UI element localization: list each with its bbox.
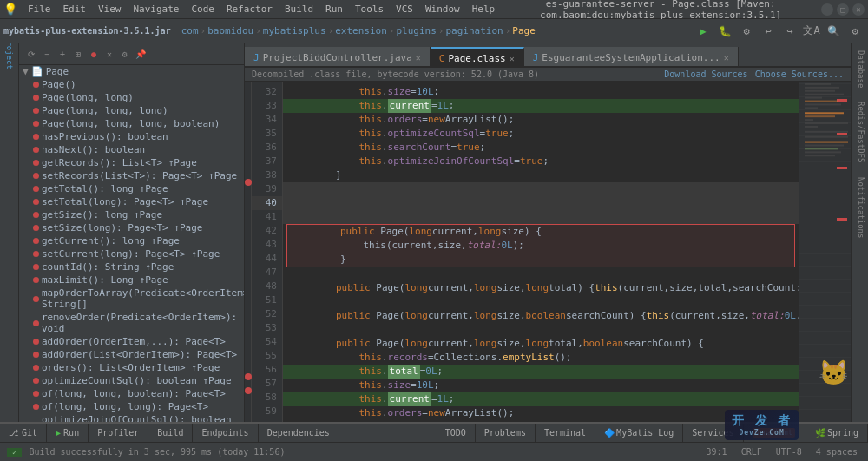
tab-dependencies[interactable]: Dependencies (259, 424, 339, 442)
sidebar-collapse-btn[interactable]: − (40, 47, 54, 61)
toolbar-debug-btn[interactable]: 🐛 (715, 22, 734, 41)
breadcrumb-page[interactable]: Page (512, 25, 536, 36)
decompile-text: Decompiled .class file, bytecode version… (252, 69, 539, 79)
svg-rect-19 (805, 155, 835, 156)
sidebar-label-redis[interactable]: Redis/FastDFS (852, 95, 868, 169)
tab-run[interactable]: ▶ Run (47, 424, 89, 442)
sidebar-expand-btn[interactable]: + (56, 47, 69, 61)
maximize-button[interactable]: □ (837, 3, 849, 16)
menu-vcs[interactable]: VCS (391, 2, 418, 16)
tab-page-class[interactable]: C Page.class ✕ (431, 47, 524, 68)
menu-window[interactable]: Window (420, 2, 465, 16)
menu-code[interactable]: Code (186, 2, 220, 16)
sidebar-label-database[interactable]: Database (852, 43, 868, 95)
tree-item-0[interactable]: Page() (19, 78, 244, 91)
download-sources-link[interactable]: Download Sources (664, 69, 747, 79)
tree-item-17[interactable]: removeOrder(Predicate<OrderItem>): void (19, 311, 244, 335)
tree-item-6[interactable]: getRecords(): List<T> ↑Page (19, 156, 244, 169)
tab-todo-label: TODO (445, 428, 466, 438)
tree-item-3[interactable]: Page(long, long, long, boolean) (19, 117, 244, 130)
tree-item-12[interactable]: getCurrent(): long ↑Page (19, 234, 244, 247)
tree-item-7[interactable]: setRecords(List<T>): Page<T> ↑Page (19, 169, 244, 182)
tree-item-11[interactable]: setSize(long): Page<T> ↑Page (19, 221, 244, 234)
menu-view[interactable]: View (93, 2, 127, 16)
tab-problems[interactable]: Problems (476, 424, 536, 442)
tree-item-8[interactable]: getTotal(): long ↑Page (19, 182, 244, 195)
tab-todo[interactable]: TODO (437, 424, 476, 442)
tree-item-9[interactable]: setTotal(long): Page<T> ↑Page (19, 195, 244, 208)
tree-root-page[interactable]: ▼ 📄 Page (19, 65, 244, 78)
toolbar-translate-btn[interactable]: 文A (802, 22, 821, 41)
menu-run[interactable]: Run (320, 2, 348, 16)
sidebar-filter-btn[interactable]: ⊞ (71, 47, 85, 61)
tree-item-14[interactable]: countId(): String ↑Page (19, 260, 244, 273)
tree-item-5[interactable]: hasNext(): boolean (19, 143, 244, 156)
tab-terminal[interactable]: Terminal (536, 424, 595, 442)
menu-navigate[interactable]: Navigate (128, 2, 185, 16)
status-utf8[interactable]: UTF-8 (773, 447, 806, 457)
tree-item-19[interactable]: addOrder(List<OrderItem>): Page<T> (19, 348, 244, 361)
sidebar-pin-btn[interactable]: 📌 (134, 47, 148, 61)
tab-git[interactable]: ⎇ Git (0, 424, 47, 442)
tree-item-15[interactable]: maxLimit(): Long ↑Page (19, 273, 244, 286)
tree-item-13[interactable]: setCurrent(long): Page<T> ↑Page (19, 247, 244, 260)
sidebar-gear-btn[interactable]: ⚙ (118, 47, 132, 61)
tab-esguarantee[interactable]: J EsguaranteeSystemApplication... ✕ (524, 47, 739, 68)
menu-refactor[interactable]: Refactor (221, 2, 278, 16)
breadcrumb-pagination[interactable]: pagination (445, 25, 503, 36)
code-content[interactable]: this.size = 10L; this.current = 1L; this… (283, 82, 799, 422)
toolbar-run-btn[interactable]: ▶ (694, 22, 713, 41)
breadcrumb-extension[interactable]: extension (335, 25, 387, 36)
tab-spring[interactable]: 🌿 Spring (806, 424, 868, 442)
build-success-status: ✓ (7, 448, 22, 457)
toolbar-search-btn[interactable]: 🔍 (824, 22, 843, 41)
tree-item-2[interactable]: Page(long, long, long) (19, 104, 244, 117)
close-button[interactable]: ✕ (852, 3, 865, 16)
tree-item-10[interactable]: getSize(): long ↑Page (19, 208, 244, 221)
status-position[interactable]: 39:1 (703, 447, 731, 457)
toolbar-more-btn[interactable]: ⚙ (845, 22, 865, 41)
toolbar-settings-btn[interactable]: ⚙ (737, 22, 756, 41)
choose-sources-link[interactable]: Choose Sources... (755, 69, 844, 79)
tree-item-22[interactable]: of(long, long, boolean): Page<T> (19, 387, 244, 400)
status-crlf[interactable]: CRLF (738, 447, 766, 457)
tree-item-20[interactable]: orders(): List<OrderItem> ↑Page (19, 361, 244, 374)
tab-close-esguarantee[interactable]: ✕ (724, 53, 729, 63)
tree-item-1[interactable]: Page(long, long) (19, 91, 244, 104)
menu-build[interactable]: Build (279, 2, 319, 16)
tab-close-projectbidd[interactable]: ✕ (416, 53, 421, 63)
code-editor: 32 33 34 35 36 37 38 39 40 41 42 43 44 4… (245, 82, 851, 422)
toolbar-undo-btn[interactable]: ↩ (759, 22, 778, 41)
tree-item-16[interactable]: mapOrderToArray(Predicate<OrderItem>): S… (19, 286, 244, 311)
sidebar-error-btn[interactable]: ● (87, 47, 101, 61)
tree-item-23[interactable]: of(long, long, long): Page<T> (19, 400, 244, 413)
menu-tools[interactable]: Tools (350, 2, 389, 16)
toolbar-redo-btn[interactable]: ↪ (780, 22, 799, 41)
tree-item-24[interactable]: optimizeJoinOfCountSql(): boolean ↑Page (19, 413, 244, 422)
tab-endpoints[interactable]: Endpoints (193, 424, 258, 442)
menu-file[interactable]: File (23, 2, 56, 16)
menu-help[interactable]: Help (467, 2, 501, 16)
window-controls: — □ ✕ (821, 3, 865, 16)
tab-projectbidd[interactable]: J ProjectBiddController.java ✕ (245, 47, 431, 68)
tab-close-page[interactable]: ✕ (510, 54, 515, 63)
tree-item-18[interactable]: addOrder(OrderItem,...): Page<T> (19, 335, 244, 348)
tree-item-4[interactable]: hasPrevious(): boolean (19, 130, 244, 143)
minimize-button[interactable]: — (821, 3, 833, 16)
sidebar-sync-btn[interactable]: ⟳ (24, 47, 38, 61)
menu-edit[interactable]: Edit (58, 2, 92, 16)
tree-item-21[interactable]: optimizeCountSql(): boolean ↑Page (19, 374, 244, 387)
sidebar-close-btn[interactable]: ✕ (102, 47, 116, 61)
tab-profiler[interactable]: Profiler (89, 424, 148, 442)
tab-build[interactable]: Build (148, 424, 193, 442)
breadcrumb-com[interactable]: com (181, 25, 199, 36)
devze-watermark: 开 发 者 DevZe.CoM (725, 410, 799, 440)
breadcrumb-baomidou[interactable]: baomidou (207, 25, 253, 36)
sidebar-label-notifications[interactable]: Notifications (852, 170, 868, 245)
tab-mybatis-log[interactable]: 🔷 MyBatis Log (595, 424, 683, 442)
breadcrumb-plugins[interactable]: plugins (396, 25, 436, 36)
status-indent[interactable]: 4 spaces (812, 447, 861, 457)
left-tool-project[interactable]: Project (0, 43, 19, 63)
error-indicator (33, 296, 39, 302)
breadcrumb-mybatisplus[interactable]: mybatisplus (263, 25, 326, 36)
